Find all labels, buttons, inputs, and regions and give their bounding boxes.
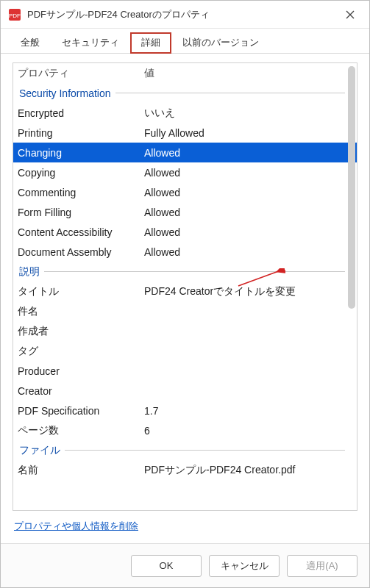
dialog-buttons: OK キャンセル 適用(A) — [1, 543, 369, 587]
property-name: ページ数 — [18, 424, 144, 437]
property-row[interactable]: Form Filling Allowed — [13, 202, 357, 222]
scrollbar-thumb[interactable] — [348, 66, 355, 309]
property-name: 作成者 — [18, 325, 144, 338]
property-value: Allowed — [144, 187, 357, 198]
property-name: Changing — [18, 147, 144, 159]
tab-security[interactable]: セキュリティ — [51, 32, 130, 54]
tab-strip: 全般 セキュリティ 詳細 以前のバージョン — [1, 29, 369, 54]
property-list: プロパティ 値 Security Information Encrypted い… — [13, 62, 357, 511]
property-value: Allowed — [144, 207, 357, 218]
property-value: Allowed — [144, 226, 357, 238]
property-name: 名前 — [18, 464, 144, 477]
property-value: 6 — [144, 425, 357, 437]
property-name: 件名 — [18, 305, 144, 318]
property-row[interactable]: 件名 — [13, 301, 357, 321]
content-area: プロパティ 値 Security Information Encrypted い… — [1, 54, 369, 543]
group-label: 説明 — [19, 265, 44, 279]
titlebar: PDF PDFサンプル-PDF24 Creatorのプロパティ — [1, 1, 369, 29]
group-file: ファイル — [13, 440, 357, 460]
property-name: Content Accessibility — [18, 226, 144, 238]
property-value: 1.7 — [144, 405, 357, 417]
apply-button[interactable]: 適用(A) — [287, 555, 357, 577]
pdf-app-icon: PDF — [8, 8, 21, 21]
property-value: いいえ — [144, 107, 357, 120]
property-row[interactable]: Encrypted いいえ — [13, 103, 357, 123]
col-property: プロパティ — [18, 67, 144, 80]
property-row[interactable]: Commenting Allowed — [13, 182, 357, 202]
remove-properties-link-row: プロパティや個人情報を削除 — [13, 511, 357, 537]
property-name: Printing — [18, 127, 144, 139]
property-row[interactable]: PDF Specification 1.7 — [13, 401, 357, 420]
property-name: Producer — [18, 365, 144, 377]
property-row[interactable]: Creator — [13, 381, 357, 401]
property-rows: プロパティ 値 Security Information Encrypted い… — [13, 63, 357, 510]
svg-text:PDF: PDF — [9, 12, 21, 19]
property-name: Commenting — [18, 187, 144, 198]
property-value: PDF24 Creatorでタイトルを変更 — [144, 285, 357, 298]
property-row[interactable]: Document Assembly Allowed — [13, 242, 357, 262]
property-name: タイトル — [18, 285, 144, 298]
group-label: ファイル — [19, 444, 65, 457]
property-name: タグ — [18, 345, 144, 358]
property-name: Copying — [18, 167, 144, 179]
group-divider — [65, 450, 345, 451]
property-value: Allowed — [144, 167, 357, 179]
close-button[interactable] — [334, 3, 366, 26]
property-name: Form Filling — [18, 207, 144, 218]
property-row[interactable]: 名前 PDFサンプル-PDF24 Creator.pdf — [13, 460, 357, 480]
group-security-information: Security Information — [13, 83, 357, 103]
group-divider — [44, 271, 345, 272]
group-description: 説明 — [13, 262, 357, 282]
group-label: Security Information — [19, 87, 115, 99]
property-row[interactable]: タグ — [13, 341, 357, 361]
property-row[interactable]: ページ数 6 — [13, 420, 357, 440]
property-value: PDFサンプル-PDF24 Creator.pdf — [144, 464, 357, 477]
tab-details[interactable]: 詳細 — [130, 32, 171, 54]
ok-button[interactable]: OK — [131, 555, 202, 577]
property-row-selected[interactable]: Changing Allowed — [13, 143, 357, 162]
property-value: Fully Allowed — [144, 127, 357, 139]
property-row[interactable]: Copying Allowed — [13, 162, 357, 182]
property-name: Document Assembly — [18, 246, 144, 258]
group-divider — [115, 93, 346, 93]
property-row[interactable]: Producer — [13, 361, 357, 381]
tab-previous-versions[interactable]: 以前のバージョン — [171, 32, 270, 54]
column-headers: プロパティ 値 — [13, 63, 357, 83]
property-value: Allowed — [144, 147, 357, 159]
property-name: Creator — [18, 385, 144, 397]
property-row[interactable]: 作成者 — [13, 321, 357, 341]
tab-general[interactable]: 全般 — [10, 32, 51, 54]
property-row[interactable]: タイトル PDF24 Creatorでタイトルを変更 — [13, 282, 357, 301]
property-value: Allowed — [144, 246, 357, 258]
property-name: PDF Specification — [18, 405, 144, 417]
cancel-button[interactable]: キャンセル — [209, 555, 280, 577]
window-title: PDFサンプル-PDF24 Creatorのプロパティ — [27, 8, 334, 21]
property-row[interactable]: Printing Fully Allowed — [13, 123, 357, 143]
property-name: Encrypted — [18, 107, 144, 119]
col-value: 値 — [144, 67, 357, 80]
properties-dialog: PDF PDFサンプル-PDF24 Creatorのプロパティ 全般 セキュリテ… — [0, 0, 370, 588]
remove-properties-link[interactable]: プロパティや個人情報を削除 — [14, 520, 138, 531]
property-row[interactable]: Content Accessibility Allowed — [13, 222, 357, 242]
